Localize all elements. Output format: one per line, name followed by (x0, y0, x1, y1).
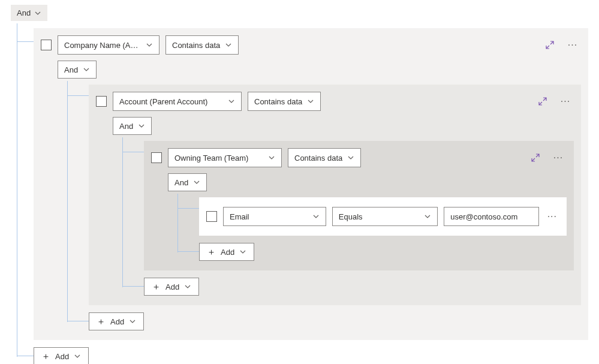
chevron-down-icon (268, 154, 275, 161)
collapse-button[interactable] (541, 37, 558, 53)
plus-icon: ＋ (152, 281, 161, 293)
condition-dropdown[interactable]: Contains data (165, 35, 239, 55)
select-checkbox[interactable] (41, 40, 52, 50)
add-button[interactable]: ＋ Add (34, 347, 89, 364)
field-label: Company Name (Accou... (64, 41, 141, 50)
add-button[interactable]: ＋ Add (89, 312, 144, 330)
leaf-field-label: Email (230, 212, 249, 221)
add-button[interactable]: ＋ Add (144, 278, 199, 296)
field-dropdown[interactable]: Account (Parent Account) (113, 92, 242, 111)
plus-icon: ＋ (207, 246, 216, 258)
field-label: Account (Parent Account) (119, 97, 207, 106)
group-operator-dropdown[interactable]: And (58, 61, 97, 79)
field-dropdown[interactable]: Owning Team (Team) (168, 148, 282, 167)
leaf-operator-dropdown[interactable]: Equals (332, 207, 438, 226)
filter-condition-row: Email Equals user@contoso.com (199, 197, 567, 236)
plus-icon: ＋ (41, 351, 50, 362)
more-button[interactable]: ··· (545, 211, 559, 222)
chevron-down-icon (228, 98, 235, 105)
field-dropdown[interactable]: Company Name (Accou... (58, 35, 159, 55)
chevron-down-icon (225, 41, 232, 49)
collapse-icon (531, 153, 540, 163)
group-operator-dropdown[interactable]: And (168, 173, 207, 191)
root-operator-label: And (17, 8, 31, 17)
add-label: Add (165, 282, 179, 291)
add-button[interactable]: ＋ Add (199, 243, 254, 261)
leaf-value-input[interactable]: user@contoso.com (444, 207, 538, 226)
group-operator-label: And (119, 122, 133, 131)
root-operator-dropdown[interactable]: And (11, 5, 47, 21)
condition-label: Contains data (254, 97, 302, 106)
chevron-down-icon (146, 41, 153, 49)
select-checkbox[interactable] (96, 96, 107, 107)
chevron-down-icon (312, 213, 320, 220)
chevron-down-icon (193, 179, 200, 186)
select-checkbox[interactable] (151, 152, 162, 163)
chevron-down-icon (83, 66, 90, 73)
add-label: Add (110, 317, 124, 326)
chevron-down-icon (347, 154, 354, 161)
plus-icon: ＋ (97, 316, 106, 327)
leaf-operator-label: Equals (339, 212, 363, 221)
select-checkbox[interactable] (206, 211, 217, 222)
more-button[interactable]: ··· (550, 149, 567, 166)
condition-dropdown[interactable]: Contains data (288, 148, 361, 167)
filter-group-level2: Account (Parent Account) Contains data ·… (89, 85, 581, 305)
leaf-value-text: user@contoso.com (450, 212, 517, 221)
condition-dropdown[interactable]: Contains data (248, 92, 321, 111)
collapse-button[interactable] (527, 149, 544, 166)
chevron-down-icon (138, 122, 145, 130)
filter-group-level1: Company Name (Accou... Contains data ···… (34, 28, 588, 340)
add-label: Add (221, 248, 234, 257)
chevron-down-icon (424, 213, 431, 220)
chevron-down-icon (129, 318, 136, 325)
add-label: Add (55, 352, 69, 361)
condition-label: Contains data (172, 41, 220, 50)
leaf-field-dropdown[interactable]: Email (223, 207, 326, 226)
chevron-down-icon (184, 283, 191, 290)
filter-group-level3: Owning Team (Team) Contains data ··· (144, 141, 574, 270)
chevron-down-icon (239, 248, 246, 255)
more-button[interactable]: ··· (564, 37, 581, 53)
collapse-icon (538, 97, 547, 106)
chevron-down-icon (74, 353, 81, 360)
group-operator-dropdown[interactable]: And (113, 117, 152, 135)
collapse-icon (545, 40, 555, 50)
chevron-down-icon (34, 10, 41, 17)
group-operator-label: And (174, 178, 188, 187)
collapse-button[interactable] (534, 93, 551, 110)
field-label: Owning Team (Team) (174, 154, 248, 163)
chevron-down-icon (307, 98, 314, 105)
more-button[interactable]: ··· (557, 93, 574, 110)
condition-label: Contains data (294, 154, 342, 163)
group-operator-label: And (64, 65, 78, 74)
